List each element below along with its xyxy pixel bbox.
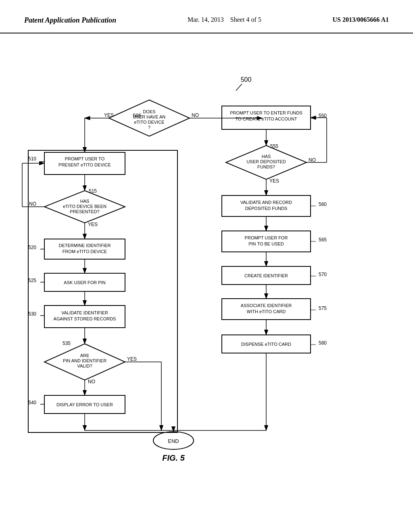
figure-label: FIG. 5	[162, 453, 185, 462]
svg-text:PROMPT USER TO ENTER FUNDS: PROMPT USER TO ENTER FUNDS	[230, 110, 302, 115]
header-left: Patent Application Publication	[24, 16, 116, 25]
svg-text:END: END	[168, 438, 179, 444]
diagram-area: 500 DOES USER HAVE AN eTITO DEVICE ? 505…	[0, 33, 413, 525]
svg-text:FROM eTITO DEVICE: FROM eTITO DEVICE	[63, 249, 107, 254]
svg-text:555: 555	[270, 143, 278, 149]
svg-text:VALIDATE IDENTIFIER: VALIDATE IDENTIFIER	[61, 310, 108, 315]
svg-text:NO: NO	[192, 112, 199, 118]
svg-text:575: 575	[319, 305, 327, 311]
header-right: US 2013/0065666 A1	[332, 16, 389, 23]
svg-text:540: 540	[28, 400, 36, 405]
svg-text:530: 530	[28, 311, 36, 317]
svg-text:PIN AND IDENTIFIER: PIN AND IDENTIFIER	[63, 358, 106, 363]
svg-text:PRESENT eTITO DEVICE: PRESENT eTITO DEVICE	[58, 162, 111, 167]
svg-text:PROMPT USER FOR: PROMPT USER FOR	[245, 235, 288, 240]
svg-text:NO: NO	[88, 379, 95, 384]
svg-text:YES: YES	[269, 178, 279, 184]
svg-text:WITH eTITO CARD: WITH eTITO CARD	[247, 309, 286, 314]
svg-text:VALID?: VALID?	[77, 364, 92, 368]
svg-text:TO CREATE eTITO ACCOUNT: TO CREATE eTITO ACCOUNT	[236, 116, 297, 121]
svg-line-1	[236, 84, 242, 91]
svg-text:520: 520	[28, 245, 36, 250]
svg-text:YES: YES	[88, 222, 98, 227]
svg-text:570: 570	[319, 272, 327, 277]
svg-text:USER DEPOSITED: USER DEPOSITED	[246, 159, 286, 164]
svg-text:eTITO DEVICE: eTITO DEVICE	[134, 120, 165, 125]
svg-text:NO: NO	[29, 201, 36, 207]
svg-text:VALIDATE AND RECORD: VALIDATE AND RECORD	[240, 200, 292, 205]
svg-text:ASK USER FOR PIN: ASK USER FOR PIN	[64, 280, 105, 285]
ref-500: 500	[241, 76, 252, 83]
svg-text:510: 510	[28, 156, 36, 162]
svg-text:?: ?	[148, 125, 150, 130]
svg-text:YES: YES	[104, 112, 114, 118]
header-center: Mar. 14, 2013 Sheet 4 of 5	[188, 16, 261, 23]
svg-text:505: 505	[133, 112, 142, 118]
svg-text:ARE: ARE	[80, 353, 90, 358]
svg-text:PRESENTED?: PRESENTED?	[70, 209, 99, 214]
svg-text:ASSOCIATE IDENTIFIER: ASSOCIATE IDENTIFIER	[241, 303, 292, 308]
svg-text:YES: YES	[127, 356, 137, 362]
svg-text:PROMPT USER TO: PROMPT USER TO	[65, 156, 105, 161]
svg-text:535: 535	[63, 341, 71, 346]
svg-text:560: 560	[319, 202, 327, 207]
svg-text:DISPENSE eTITO CARD: DISPENSE eTITO CARD	[241, 342, 291, 347]
svg-text:PIN TO BE USED: PIN TO BE USED	[248, 241, 284, 246]
svg-text:DISPLAY ERROR TO USER: DISPLAY ERROR TO USER	[56, 402, 113, 407]
svg-text:NO: NO	[309, 157, 316, 163]
svg-text:FUNDS?: FUNDS?	[257, 164, 275, 169]
svg-text:CREATE IDENTIFIER: CREATE IDENTIFIER	[244, 273, 288, 278]
svg-text:DOES: DOES	[143, 109, 155, 114]
svg-text:565: 565	[319, 237, 327, 243]
svg-text:AGAINST STORED RECORDS: AGAINST STORED RECORDS	[54, 316, 116, 321]
svg-text:525: 525	[28, 278, 36, 283]
svg-text:DETERMINE IDENTIFIER: DETERMINE IDENTIFIER	[59, 243, 111, 248]
svg-text:580: 580	[319, 340, 327, 346]
svg-text:DEPOSITED FUNDS: DEPOSITED FUNDS	[245, 206, 288, 211]
svg-text:HAS: HAS	[80, 199, 90, 204]
page-header: Patent Application Publication Mar. 14, …	[0, 0, 413, 33]
svg-text:eTITO DEVICE BEEN: eTITO DEVICE BEEN	[63, 204, 106, 209]
svg-text:515: 515	[89, 188, 97, 194]
svg-text:HAS: HAS	[262, 154, 271, 159]
flowchart-svg: 500 DOES USER HAVE AN eTITO DEVICE ? 505…	[0, 33, 413, 525]
